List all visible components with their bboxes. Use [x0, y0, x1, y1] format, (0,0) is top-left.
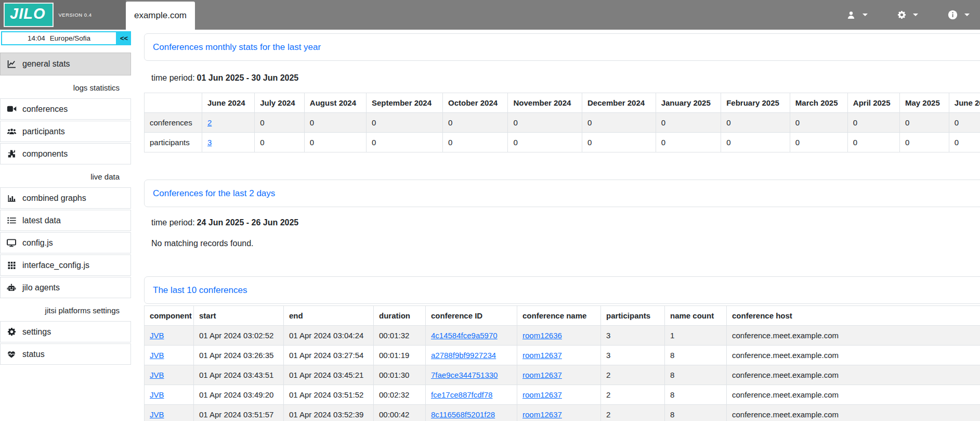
table-cell: JVB: [145, 385, 194, 405]
app-version: VERSION 0.4: [58, 12, 92, 18]
table-cell: 00:02:32: [374, 385, 426, 405]
table-link[interactable]: room12637: [522, 410, 562, 419]
sidebar-collapse-button[interactable]: <<: [117, 31, 131, 45]
table-cell: JVB: [145, 326, 194, 346]
user-menu[interactable]: [846, 10, 868, 20]
sidebar-item-general-stats[interactable]: general stats: [0, 53, 131, 75]
sidebar-item-components[interactable]: components: [0, 143, 131, 164]
info-icon: [948, 10, 958, 20]
table-link[interactable]: fce17ce887fcdf78: [431, 390, 492, 399]
table-cell: 0: [656, 113, 721, 133]
settings-menu[interactable]: [897, 10, 918, 19]
sidebar-item-settings[interactable]: settings: [0, 321, 131, 342]
time-period-last-2-days: time period:24 Jun 2025 - 26 Jun 2025: [151, 218, 980, 227]
clock-time: 14:04: [28, 34, 45, 42]
clock-widget: 14:04 Europe/Sofia <<: [1, 31, 131, 45]
table-cell: 0: [900, 113, 949, 133]
table-link[interactable]: JVB: [150, 351, 164, 360]
table-cell: 8: [665, 346, 727, 365]
table-link[interactable]: JVB: [150, 410, 164, 419]
table-cell: 0: [508, 133, 582, 152]
table-link[interactable]: JVB: [150, 331, 164, 340]
sidebar-item-label: settings: [22, 327, 51, 337]
panel-title-monthly-stats[interactable]: Conferences monthly stats for the last y…: [153, 42, 321, 53]
table-link[interactable]: room12637: [522, 371, 562, 379]
table-cell: 00:01:30: [374, 365, 426, 385]
chevron-down-icon: [913, 14, 918, 16]
table-cell: 2: [601, 365, 665, 385]
heart-pulse-icon: [6, 350, 17, 359]
sidebar-item-conferences[interactable]: conferences: [0, 98, 131, 120]
sidebar-item-jilo-agents[interactable]: jilo agents: [0, 277, 131, 298]
column-header: name count: [665, 306, 727, 326]
column-header: conference host: [727, 306, 980, 326]
column-header: conference name: [517, 306, 601, 326]
table-cell: a2788f9bf9927234: [426, 346, 517, 365]
table-link[interactable]: 3: [207, 138, 212, 147]
sidebar-section-label: live data: [0, 165, 131, 187]
table-link[interactable]: room12637: [522, 390, 562, 399]
sidebar-item-label: config.js: [22, 238, 53, 248]
list-icon: [6, 216, 17, 224]
table-link[interactable]: 4c14584fce9a5970: [431, 331, 498, 340]
column-header: December 2024: [582, 93, 656, 113]
time-period-monthly: time period:01 Jun 2025 - 30 Jun 2025: [151, 73, 980, 83]
header-brand-area: JILO VERSION 0.4: [0, 0, 126, 30]
sidebar-item-config-js[interactable]: config.js: [0, 232, 131, 253]
panel-title-last-10-conferences[interactable]: The last 10 conferences: [153, 285, 247, 296]
clock-timezone: Europe/Sofia: [50, 34, 90, 42]
table-link[interactable]: room12636: [522, 331, 562, 340]
column-header: start: [194, 306, 284, 326]
column-header: end: [284, 306, 374, 326]
chevron-down-icon: [863, 14, 868, 16]
table-cell: 01 Apr 2024 03:52:39: [284, 405, 374, 421]
table-cell: 01 Apr 2024 03:04:24: [284, 326, 374, 346]
table-cell: 2: [202, 113, 255, 133]
time-period-label: time period:: [151, 218, 195, 227]
table-cell: 0: [790, 133, 847, 152]
table-cell: conference.meet.example.com: [727, 326, 980, 346]
column-header: March 2025: [790, 93, 847, 113]
table-cell: 00:01:32: [374, 326, 426, 346]
sidebar-item-latest-data[interactable]: latest data: [0, 210, 131, 231]
table-cell: 3: [202, 133, 255, 152]
sidebar-item-label: status: [22, 350, 45, 359]
table-cell: 8c116568f5201f28: [426, 405, 517, 421]
table-link[interactable]: JVB: [150, 371, 164, 379]
info-menu[interactable]: [948, 10, 970, 20]
puzzle-icon: [6, 149, 17, 158]
table-cell: 0: [255, 113, 305, 133]
table-cell: 0: [949, 113, 980, 133]
column-header: February 2025: [721, 93, 790, 113]
sidebar-item-interface-config-js[interactable]: interface_config.js: [0, 254, 131, 276]
table-cell: 0: [847, 113, 899, 133]
panel-title-last-2-days[interactable]: Conferences for the last 2 days: [153, 188, 275, 199]
table-cell: 8: [665, 365, 727, 385]
table-cell: 0: [443, 133, 508, 152]
sidebar-item-status[interactable]: status: [0, 343, 131, 365]
table-link[interactable]: JVB: [150, 390, 164, 399]
table-link[interactable]: 8c116568f5201f28: [431, 410, 495, 419]
table-link[interactable]: room12637: [522, 351, 562, 360]
table-cell: 01 Apr 2024 03:45:21: [284, 365, 374, 385]
sidebar-item-label: conferences: [22, 105, 68, 114]
platform-tab[interactable]: example.com: [126, 2, 195, 30]
video-camera-icon: [6, 105, 17, 113]
table-cell: JVB: [145, 405, 194, 421]
sidebar-item-combined-graphs[interactable]: combined graphs: [0, 187, 131, 209]
table-link[interactable]: 7fae9ce344751330: [431, 371, 498, 379]
sidebar-item-label: general stats: [22, 59, 70, 69]
table-cell: 00:00:42: [374, 405, 426, 421]
clock-display: 14:04 Europe/Sofia: [1, 31, 117, 45]
table-cell: 0: [508, 113, 582, 133]
sidebar-item-participants[interactable]: participants: [0, 121, 131, 142]
grid-icon: [6, 261, 17, 270]
table-cell: JVB: [145, 346, 194, 365]
table-cell: 0: [366, 133, 442, 152]
table-cell: 01 Apr 2024 03:27:54: [284, 346, 374, 365]
table-cell: conference.meet.example.com: [727, 405, 980, 421]
app-logo: JILO: [4, 3, 54, 27]
users-icon: [6, 127, 17, 135]
table-link[interactable]: 2: [207, 118, 212, 127]
table-link[interactable]: a2788f9bf9927234: [431, 351, 496, 360]
